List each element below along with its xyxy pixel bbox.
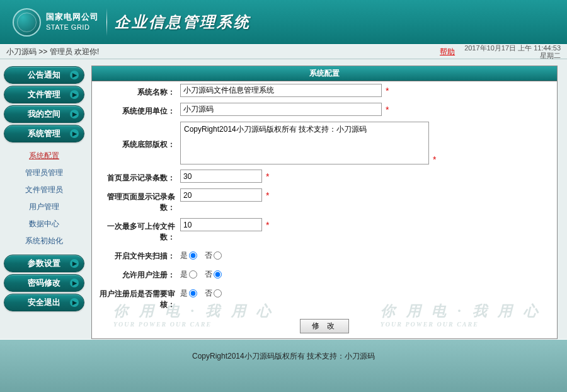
sidebar-nav: 公告通知▶ 文件管理▶ 我的空间▶ 系统管理▶ 系统配置 管理员管理 文件管理员… xyxy=(0,59,88,339)
label-home-records: 首页显示记录条数： xyxy=(98,170,180,183)
allow-register-no-radio[interactable] xyxy=(214,270,222,279)
sub-nav: 系统配置 管理员管理 文件管理员 用户管理 数据中心 系统初始化 xyxy=(0,144,88,253)
chevron-right-icon: ▶ xyxy=(70,259,79,268)
nav-item-change-password[interactable]: 密码修改▶ xyxy=(4,274,84,292)
breadcrumb-bar: 小刀源码 >> 管理员 欢迎你! 帮助 2017年10月17日 上午 11:44… xyxy=(0,44,567,59)
divider xyxy=(106,8,107,36)
nav-item-system-manage[interactable]: 系统管理▶ xyxy=(4,125,84,142)
weekday-text: 星期二 xyxy=(464,52,561,59)
page-footer: CopyRight2014小刀源码版权所有 技术支持：小刀源码 xyxy=(0,339,567,392)
label-system-name: 系统名称： xyxy=(98,84,180,98)
nav-item-file-manage[interactable]: 文件管理▶ xyxy=(4,86,84,103)
company-logo-icon xyxy=(13,8,41,37)
sub-item-data-center[interactable]: 数据中心 xyxy=(0,216,88,233)
label-admin-records: 管理页面显示记录条数： xyxy=(98,188,180,213)
label-system-org: 系统使用单位： xyxy=(98,103,180,117)
required-star-icon: * xyxy=(433,154,436,164)
nav-item-param-settings[interactable]: 参数设置▶ xyxy=(4,255,84,272)
datetime-text: 2017年10月17日 上午 11:44:53 xyxy=(464,44,561,52)
nav-item-announcements[interactable]: 公告通知▶ xyxy=(4,66,84,84)
label-allow-register: 允许用户注册： xyxy=(98,267,180,280)
sub-item-user-manage[interactable]: 用户管理 xyxy=(0,199,88,216)
label-file-scan: 开启文件夹扫描： xyxy=(98,248,180,262)
nav-item-safe-logout[interactable]: 安全退出▶ xyxy=(4,294,84,311)
register-audit-yes-radio[interactable] xyxy=(189,289,197,297)
panel-title: 系统配置 xyxy=(92,66,557,81)
system-name-input[interactable] xyxy=(180,84,382,97)
allow-register-yes-radio[interactable] xyxy=(189,270,197,279)
nav-item-my-space[interactable]: 我的空间▶ xyxy=(4,105,84,123)
datetime-block: 2017年10月17日 上午 11:44:53 星期二 xyxy=(464,44,561,59)
required-star-icon: * xyxy=(386,86,389,96)
required-star-icon: * xyxy=(386,105,389,115)
sub-item-system-config[interactable]: 系统配置 xyxy=(0,147,88,164)
label-max-upload: 一次最多可上传文件数： xyxy=(98,218,180,243)
required-star-icon: * xyxy=(266,190,269,200)
footer-copyright: CopyRight2014小刀源码版权所有 技术支持：小刀源码 xyxy=(192,351,375,362)
home-records-input[interactable] xyxy=(180,170,262,183)
content-area: 系统配置 系统名称： * 系统使用单位： * 系统底部版权： * 首页显示记录条… xyxy=(88,59,567,339)
register-audit-no-radio[interactable] xyxy=(214,289,222,297)
submit-button[interactable]: 修 改 xyxy=(300,319,348,333)
label-copyright: 系统底部版权： xyxy=(98,136,180,150)
label-register-audit: 用户注册后是否需要审核： xyxy=(98,285,180,310)
breadcrumb-root: 小刀源码 xyxy=(6,47,37,56)
chevron-right-icon: ▶ xyxy=(70,298,79,307)
required-star-icon: * xyxy=(266,220,269,230)
breadcrumb-role: 管理员 xyxy=(50,47,72,56)
chevron-right-icon: ▶ xyxy=(70,71,79,79)
max-upload-input[interactable] xyxy=(180,218,262,231)
file-scan-no-radio[interactable] xyxy=(214,251,222,260)
help-link[interactable]: 帮助 xyxy=(440,47,455,57)
admin-records-input[interactable] xyxy=(180,188,262,202)
chevron-right-icon: ▶ xyxy=(70,110,79,118)
system-config-panel: 系统配置 系统名称： * 系统使用单位： * 系统底部版权： * 首页显示记录条… xyxy=(91,66,558,339)
file-scan-yes-radio[interactable] xyxy=(189,251,197,260)
sub-item-system-init[interactable]: 系统初始化 xyxy=(0,233,88,250)
system-org-input[interactable] xyxy=(180,103,382,116)
required-star-icon: * xyxy=(266,171,269,182)
chevron-right-icon: ▶ xyxy=(70,90,79,99)
chevron-right-icon: ▶ xyxy=(70,279,79,287)
sub-item-file-admin[interactable]: 文件管理员 xyxy=(0,182,88,199)
copyright-textarea[interactable] xyxy=(180,122,429,164)
breadcrumb: 小刀源码 >> 管理员 欢迎你! xyxy=(6,47,440,57)
sub-item-admin-manage[interactable]: 管理员管理 xyxy=(0,164,88,182)
org-name-en: STATE GRID xyxy=(46,23,99,32)
app-header: 国家电网公司 STATE GRID 企业信息管理系统 xyxy=(0,0,567,44)
chevron-right-icon: ▶ xyxy=(70,129,79,138)
logo-block: 国家电网公司 STATE GRID xyxy=(13,8,99,37)
org-name-cn: 国家电网公司 xyxy=(46,12,99,23)
system-title: 企业信息管理系统 xyxy=(115,12,251,32)
